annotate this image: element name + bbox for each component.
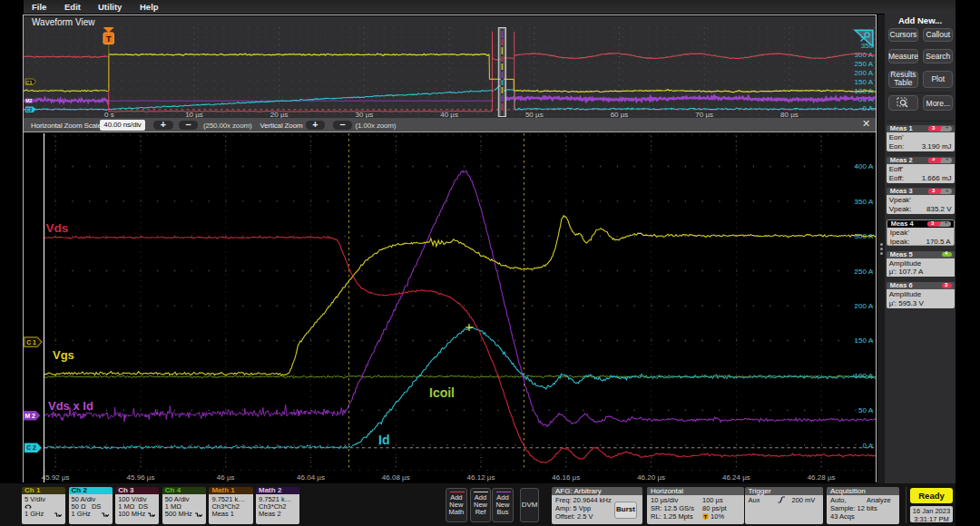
svg-text:Id: Id (378, 433, 389, 447)
svg-text:150 A: 150 A (855, 78, 874, 86)
svg-text:400 A: 400 A (855, 162, 874, 170)
svg-text:T: T (106, 34, 112, 44)
svg-text:46.04 µs: 46.04 µs (297, 473, 325, 482)
svg-text:70 µs: 70 µs (695, 111, 713, 119)
svg-text:250 A: 250 A (855, 60, 874, 68)
svg-text:46.20 µs: 46.20 µs (637, 473, 665, 482)
svg-text:46.16 µs: 46.16 µs (552, 473, 580, 482)
svg-text:C1: C1 (26, 80, 33, 85)
svg-text:100 A: 100 A (855, 372, 874, 380)
svg-text:Vgs: Vgs (53, 348, 74, 362)
svg-text:C2: C2 (26, 107, 33, 112)
svg-text:0 s: 0 s (104, 111, 114, 119)
svg-text:45.92 µs: 45.92 µs (42, 473, 70, 482)
svg-text:20 µs: 20 µs (270, 111, 289, 119)
svg-text:46.24 µs: 46.24 µs (722, 473, 750, 482)
svg-text:350 A: 350 A (855, 198, 874, 206)
svg-text:0 A: 0 A (862, 442, 873, 450)
svg-text:46.12 µs: 46.12 µs (467, 473, 495, 482)
svg-text:30 µs: 30 µs (356, 111, 374, 119)
svg-text:46.08 µs: 46.08 µs (382, 473, 410, 482)
svg-text:C 1: C 1 (26, 339, 36, 346)
svg-text:46.28 µs: 46.28 µs (808, 473, 836, 482)
svg-text:200 A: 200 A (855, 302, 874, 310)
svg-text:80 µs: 80 µs (780, 111, 799, 119)
svg-text:M 2: M 2 (25, 413, 36, 419)
svg-text:10 µs: 10 µs (185, 111, 203, 119)
svg-text:45.96 µs: 45.96 µs (127, 473, 155, 482)
svg-text:M2: M2 (25, 98, 32, 103)
svg-text:Vds x Id: Vds x Id (48, 399, 93, 413)
svg-text:C 2: C 2 (26, 444, 36, 451)
svg-text:Vds: Vds (46, 221, 69, 235)
svg-text:46 µs: 46 µs (217, 473, 235, 482)
svg-text:150 A: 150 A (855, 336, 874, 345)
svg-text:60 µs: 60 µs (611, 111, 629, 119)
svg-text:200 A: 200 A (855, 69, 874, 77)
svg-text:50 µs: 50 µs (525, 111, 544, 119)
svg-text:40 µs: 40 µs (440, 111, 458, 119)
svg-text:50 A: 50 A (858, 406, 874, 414)
svg-text:250 A: 250 A (855, 268, 874, 276)
svg-text:Icoil: Icoil (429, 385, 455, 400)
